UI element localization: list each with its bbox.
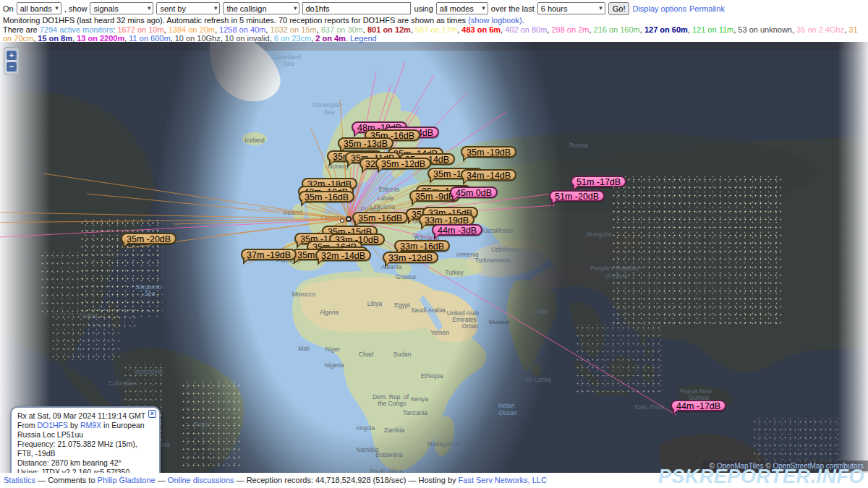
monitors-summary: There are 7294 active monitors: 1672 on … [0,25,868,43]
show-label: , show [64,4,88,13]
period-select[interactable]: 6 hours [537,2,605,14]
band-monitor-count: 127 on 60m [644,25,688,34]
report-balloon[interactable]: 32m -14dB [315,249,371,261]
permalink-link[interactable]: Permalink [689,4,725,13]
report-balloon[interactable]: 51m -17dB [571,176,626,187]
band-monitor-count: 10 on 10Ghz [175,34,221,43]
band-monitor-count: 1384 on 20m [169,25,215,34]
band-monitor-count: 216 on 160m [594,25,640,34]
popup-from-prefix: From [17,421,37,429]
using-label: using [414,4,433,13]
tx-callsign-link[interactable]: DO1HFS [37,421,68,429]
sentby-select-value: sent by [160,4,185,13]
modes-select-value: all modes [440,4,474,13]
report-balloon[interactable]: 35m -19dB [461,146,516,158]
philip-gladstone-link[interactable]: Philip Gladstone [98,476,156,484]
fastserv-link[interactable]: Fast Serv Networks, LLC [459,476,547,484]
band-monitor-count: 1258 on 40m [219,25,265,34]
report-balloon[interactable]: 33m -12dB [383,252,438,263]
popup-frequency: Frequency: 21.075.382 MHz (15m), FT8, -1… [17,440,153,458]
monitors-prefix: There are [3,25,40,34]
period-select-value: 6 hours [541,4,568,13]
report-balloon[interactable]: 35m -12dB [375,158,431,169]
band-monitor-count: 13 on 2200m [77,34,124,43]
statistics-link[interactable]: Statistics [4,476,35,484]
monitoring-text: Monitoring DO1HFS (last heard 32 mins ag… [3,16,468,25]
zoom-out-button[interactable]: − [6,61,17,72]
footer-records-text: — Reception records: 44,718,524,928 (518… [234,476,459,484]
signals-select-value: signals [93,4,118,13]
report-balloon[interactable]: 45m 0dB [450,187,498,198]
display-options-link[interactable]: Display options [632,4,686,13]
go-button[interactable]: Go! [608,2,630,15]
band-monitor-count: 837 on 30m [321,25,363,34]
band-monitor-count: 2 on 4m [315,34,346,43]
popup-distance: Distance: 2870 km bearing 42° [17,458,153,468]
pskreporter-page: On all bands , show signals sent by the … [0,0,868,488]
report-balloon[interactable]: 44m -17dB [671,400,726,411]
legend-link[interactable]: Legend [350,34,377,43]
band-monitor-count: 15 on 8m [38,34,72,43]
report-balloon[interactable]: 51m -20dB [549,190,605,202]
modes-select[interactable]: all modes [436,2,488,14]
band-monitor-count: 10 on invalid [225,34,270,43]
show-logbook-link[interactable]: (show logbook) [468,16,522,25]
rx-callsign-link[interactable]: RM9X [80,421,101,429]
online-discussions-link[interactable]: Online discussions [168,476,234,484]
report-balloon[interactable]: 37m -19dB [241,249,297,260]
footer-sep1: — Comments to [35,476,98,484]
band-monitor-count: 53 on unknown [738,25,792,34]
band-monitor-count: 801 on 12m [367,25,411,34]
popup-using: Using: JTDX v2.2.160-rc5 57f350 [17,468,153,473]
toolbar: On all bands , show signals sent by the … [0,0,868,42]
band-monitor-count: 567 on 17m [415,25,457,34]
active-monitors-count: 7294 active monitors [40,25,114,34]
query-row: On all bands , show signals sent by the … [0,0,868,15]
band-monitor-count: 11 on 600m [129,34,170,43]
overlast-label: over the last [491,4,535,13]
report-balloon[interactable]: 33m -16dB [394,240,450,252]
monitors-band-list: 1672 on 10m, 1384 on 20m, 1258 on 40m, 1… [3,25,858,43]
map[interactable]: GreenlandSeaNorwegianSeaSargassoSeaIndia… [0,42,868,473]
popup-close-icon[interactable]: × [148,410,156,418]
on-label: On [3,4,14,13]
bands-select[interactable]: all bands [17,2,61,14]
band-monitor-count: 1032 on 15m [270,25,316,34]
band-monitor-count: 402 on 80m [505,25,547,34]
band-monitor-count: 6 on 23cm [274,34,311,43]
band-monitor-count: 121 on 11m [692,25,733,34]
report-balloon[interactable]: 35m -16dB [352,212,408,223]
band-monitor-count: 35 on 2.4Ghz [796,25,844,34]
pskreporter-watermark: PSKREPORTER.INFO [658,466,864,488]
report-balloon[interactable]: 35m -16dB [299,191,354,202]
sentby-select[interactable]: sent by [156,2,220,14]
callsign-mode-select[interactable]: the callsign [223,2,299,14]
signals-select[interactable]: signals [90,2,153,14]
popup-from-line: From DO1HFS by RM9X in European Russia L… [17,421,153,440]
monitoring-suffix: . [522,16,524,25]
band-monitor-count: 298 on 2m [551,25,589,34]
report-popup: × Rx at Sat, 09 Mar 2024 11:19:14 GMT Fr… [10,406,161,473]
popup-by-text: by [68,421,80,429]
footer-sep2: — [156,476,168,484]
report-balloon[interactable]: 35m -20dB [121,233,176,244]
popup-rx-time: Rx at Sat, 09 Mar 2024 11:19:14 GMT [17,411,153,421]
band-monitor-count: 1672 on 10m [117,25,163,34]
zoom-in-button[interactable]: + [6,50,17,61]
callsign-input[interactable] [302,2,411,14]
callsign-mode-value: the callsign [226,4,266,13]
report-balloon[interactable]: 44m -3dB [432,224,482,236]
bands-select-value: all bands [20,4,52,13]
report-balloon[interactable]: 34m -14dB [461,169,516,181]
monitoring-status: Monitoring DO1HFS (last heard 32 mins ag… [0,15,868,25]
report-balloon[interactable]: 35m -13dB [338,137,393,149]
map-zoom-controls: + − [4,47,20,75]
band-monitor-count: 483 on 6m [461,25,501,34]
